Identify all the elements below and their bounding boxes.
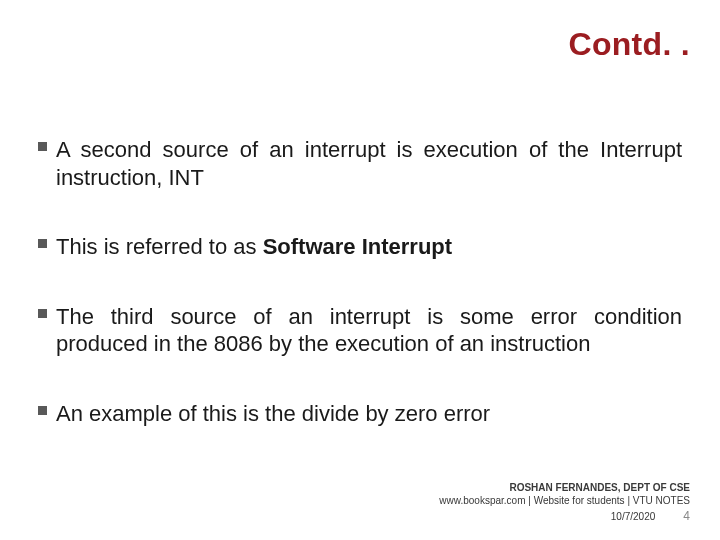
bullet-marker-icon — [38, 239, 47, 248]
footer-author: ROSHAN FERNANDES, DEPT OF CSE — [439, 482, 690, 495]
bullet-item: The third source of an interrupt is some… — [38, 303, 682, 358]
bullet-marker-icon — [38, 406, 47, 415]
bullet-text-pre: A second source of an interrupt is execu… — [56, 137, 682, 190]
footer-site: www.bookspar.com | Website for students … — [439, 495, 690, 508]
slide-title: Contd. . — [569, 26, 690, 63]
slide-body: A second source of an interrupt is execu… — [38, 136, 682, 469]
bullet-text-pre: An example of this is the divide by zero… — [56, 401, 490, 426]
footer-page-number: 4 — [683, 509, 690, 524]
bullet-item: An example of this is the divide by zero… — [38, 400, 682, 428]
bullet-text-bold: Software Interrupt — [263, 234, 452, 259]
slide: Contd. . A second source of an interrupt… — [0, 0, 720, 540]
footer-meta: 10/7/2020 4 — [439, 509, 690, 524]
bullet-item: A second source of an interrupt is execu… — [38, 136, 682, 191]
bullet-marker-icon — [38, 309, 47, 318]
footer-date: 10/7/2020 — [611, 511, 656, 524]
bullet-marker-icon — [38, 142, 47, 151]
slide-footer: ROSHAN FERNANDES, DEPT OF CSE www.booksp… — [439, 482, 690, 524]
bullet-text-pre: This is referred to as — [56, 234, 263, 259]
bullet-text-pre: The third source of an interrupt is some… — [56, 304, 682, 357]
bullet-item: This is referred to as Software Interrup… — [38, 233, 682, 261]
